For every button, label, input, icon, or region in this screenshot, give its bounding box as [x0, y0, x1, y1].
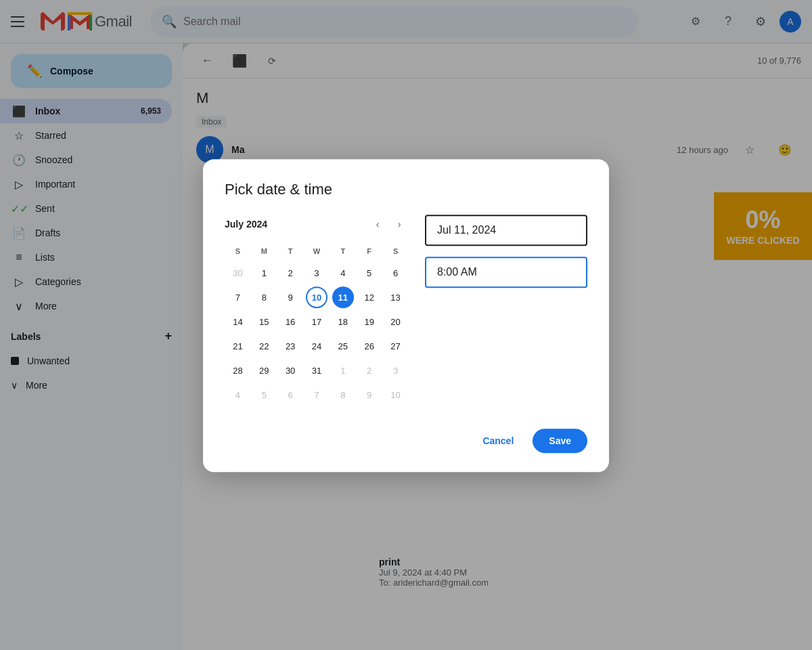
cal-day-13[interactable]: 13 — [385, 286, 407, 308]
cal-day-11[interactable]: 11 — [332, 286, 354, 308]
cal-day-18[interactable]: 18 — [332, 311, 354, 332]
cal-day-1-next[interactable]: 1 — [332, 360, 354, 381]
cal-day-24[interactable]: 24 — [306, 335, 328, 357]
cal-day-30-prev[interactable]: 30 — [227, 262, 248, 284]
cal-day-8-next[interactable]: 8 — [332, 384, 354, 406]
dow-sun: S — [225, 244, 251, 261]
calendar-header: July 2024 ‹ › — [225, 215, 409, 234]
dow-mon: M — [251, 244, 277, 261]
cal-day-20[interactable]: 20 — [385, 311, 407, 332]
cal-day-4-next[interactable]: 4 — [227, 384, 248, 406]
cal-day-12[interactable]: 12 — [359, 286, 380, 308]
cal-day-27[interactable]: 27 — [385, 335, 407, 357]
cal-day-8[interactable]: 8 — [253, 286, 275, 308]
cal-day-7-next[interactable]: 7 — [306, 384, 328, 406]
cal-day-31[interactable]: 31 — [306, 360, 328, 381]
cal-day-22[interactable]: 22 — [253, 335, 275, 357]
cal-day-9-next[interactable]: 9 — [359, 384, 380, 406]
cal-day-21[interactable]: 21 — [227, 335, 248, 357]
cal-day-28[interactable]: 28 — [227, 360, 248, 381]
cal-day-4[interactable]: 4 — [332, 262, 354, 284]
cal-day-9[interactable]: 9 — [279, 286, 301, 308]
dow-tue: T — [277, 244, 304, 261]
cal-day-15[interactable]: 15 — [253, 311, 275, 332]
dow-fri: F — [356, 244, 382, 261]
time-input[interactable] — [425, 257, 587, 288]
calendar-month-year: July 2024 — [225, 219, 267, 230]
cal-day-5-next[interactable]: 5 — [253, 384, 275, 406]
calendar-next-button[interactable]: › — [390, 215, 409, 234]
cal-day-26[interactable]: 26 — [359, 335, 380, 357]
cal-day-7[interactable]: 7 — [227, 286, 248, 308]
cal-day-30[interactable]: 30 — [279, 360, 301, 381]
cancel-button[interactable]: Cancel — [472, 430, 524, 452]
dow-wed: W — [304, 244, 330, 261]
cal-day-2-next[interactable]: 2 — [359, 360, 380, 381]
modal-title: Pick date & time — [225, 181, 587, 198]
cal-day-3[interactable]: 3 — [306, 262, 328, 284]
calendar-grid: S M T W T F S 30 1 2 3 4 5 6 7 8 9 10 — [225, 244, 409, 407]
cal-day-3-next[interactable]: 3 — [385, 360, 407, 381]
modal-body: July 2024 ‹ › S M T W T F S 30 1 2 3 — [225, 215, 587, 407]
cal-day-6-next[interactable]: 6 — [279, 384, 301, 406]
cal-day-6[interactable]: 6 — [385, 262, 407, 284]
dow-thu: T — [330, 244, 356, 261]
cal-day-19[interactable]: 19 — [359, 311, 380, 332]
pick-date-time-modal: Pick date & time July 2024 ‹ › S M T W T… — [203, 159, 609, 472]
cal-day-29[interactable]: 29 — [253, 360, 275, 381]
cal-day-17[interactable]: 17 — [306, 311, 328, 332]
cal-day-10-next[interactable]: 10 — [385, 384, 407, 406]
cal-day-23[interactable]: 23 — [279, 335, 301, 357]
calendar-prev-button[interactable]: ‹ — [368, 215, 387, 234]
save-button[interactable]: Save — [533, 429, 587, 453]
cal-day-14[interactable]: 14 — [227, 311, 248, 332]
cal-day-16[interactable]: 16 — [279, 311, 301, 332]
cal-day-5[interactable]: 5 — [359, 262, 380, 284]
modal-footer: Cancel Save — [225, 429, 587, 453]
dow-sat: S — [382, 244, 409, 261]
cal-day-25[interactable]: 25 — [332, 335, 354, 357]
cal-day-2[interactable]: 2 — [279, 262, 301, 284]
cal-day-1[interactable]: 1 — [253, 262, 275, 284]
calendar: July 2024 ‹ › S M T W T F S 30 1 2 3 — [225, 215, 409, 407]
date-input[interactable] — [425, 215, 587, 246]
cal-day-10[interactable]: 10 — [306, 286, 328, 308]
date-time-panel — [425, 215, 587, 407]
